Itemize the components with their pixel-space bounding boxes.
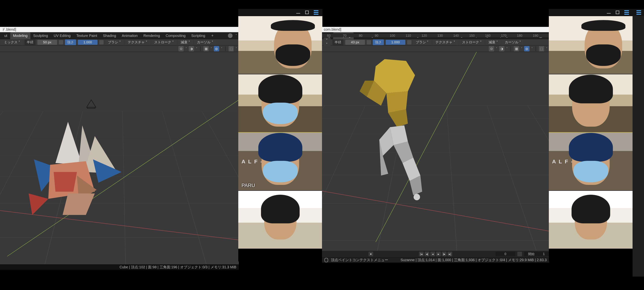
keyframe-prev-button[interactable]: ◂| [425, 252, 429, 256]
texture-menu[interactable]: テクスチャ [125, 39, 150, 45]
tab-rendering[interactable]: Rendering [140, 32, 163, 39]
video-call-sidebar-2: A L F - L I F E [549, 9, 633, 261]
keying-icon[interactable] [517, 252, 522, 256]
magnet-icon[interactable]: ⊙ [178, 46, 184, 51]
mesh-object[interactable] [18, 115, 129, 229]
tick: 60 [327, 34, 330, 38]
tab-compositing[interactable]: Compositing [163, 32, 188, 39]
hamburger-icon[interactable] [314, 10, 318, 15]
minimize-button[interactable] [607, 13, 611, 14]
video-tile-4[interactable] [549, 190, 633, 249]
video-tile-host[interactable] [238, 16, 322, 74]
strength-field[interactable]: 1.000 [78, 40, 98, 45]
proportional-icon[interactable]: ◑ [189, 46, 194, 51]
magnet-icon[interactable]: ⊙ [489, 46, 494, 51]
tab-uv-editing[interactable]: UV Editing [51, 32, 74, 39]
scene-icon[interactable] [228, 33, 232, 38]
hair [258, 75, 302, 103]
radius-label: 半径 [332, 39, 344, 45]
cursor-menu[interactable]: カーソル [194, 39, 216, 45]
strength-pressure-toggle[interactable] [407, 40, 412, 44]
overlay-icon[interactable]: ▦ [204, 46, 209, 51]
camera-icon [86, 99, 96, 109]
strength-field[interactable]: 1.000 [386, 40, 405, 45]
tab-modeling[interactable]: Modeling [10, 32, 30, 39]
tab-layout[interactable]: ut [2, 32, 10, 39]
svg-marker-0 [56, 122, 82, 165]
tick: 80 [359, 34, 362, 38]
xray-icon[interactable]: ◍ [214, 46, 219, 51]
radius-pressure-toggle[interactable] [367, 40, 371, 44]
window-title-bar: com.blend] [322, 27, 549, 32]
falloff-menu[interactable]: 減衰 [486, 39, 500, 45]
radius-pressure-toggle[interactable] [59, 40, 63, 44]
cursor-menu[interactable]: カーソル [502, 39, 524, 45]
radius-field[interactable]: 50 px [38, 40, 57, 45]
call-window-controls [238, 9, 322, 16]
video-tile-host[interactable] [549, 16, 633, 74]
timeline[interactable]: ● |◂ ◂| ◂ ▸ |▸ ▸| 0 開始 1 [322, 251, 549, 257]
play-button[interactable]: ▸ [436, 252, 441, 256]
brush-menu[interactable]: ブラシ [413, 39, 431, 45]
radius-label: 半径 [24, 39, 36, 45]
tab-texture-paint[interactable]: Texture Paint [74, 32, 100, 39]
frame-end-field[interactable]: 1 [538, 252, 549, 256]
status-text: Suzanne | 頂点:1,014 | 面:1,000 | 三角面:1,936… [400, 258, 547, 262]
tab-shading[interactable]: Shading [100, 32, 119, 39]
maximize-button[interactable] [616, 11, 619, 14]
video-tile-4[interactable] [238, 190, 322, 249]
mode-select[interactable]: ˅ [324, 38, 330, 47]
face [575, 200, 607, 239]
hamburger-icon[interactable] [636, 10, 641, 15]
strength-pressure-toggle[interactable] [99, 40, 104, 44]
texture-menu[interactable]: テクスチャ [433, 39, 458, 45]
xray-icon[interactable]: ◍ [524, 46, 530, 51]
tab-animation[interactable]: Animation [119, 32, 140, 39]
tab-scripting[interactable]: Scripting [188, 32, 208, 39]
blender-window-3-partial [632, 9, 644, 276]
auto-key-toggle[interactable]: ● [368, 252, 373, 256]
shading-wire-icon[interactable]: ⬚ [539, 46, 544, 51]
tick: 190 [533, 34, 538, 38]
tick: 140 [453, 34, 459, 38]
face-mask [276, 44, 310, 66]
jump-end-button[interactable]: ▸| [448, 252, 452, 256]
play-reverse-button[interactable]: ◂ [430, 252, 435, 256]
hint-text: 頂点ペイントコンテクストメニュー [331, 258, 388, 262]
overlay-icon[interactable]: ▦ [514, 46, 519, 51]
tool-header: ˅ 半径 43 px 強さ 1.000 ブラシ テクスチャ ストローク 減衰 カ… [322, 39, 549, 46]
tab-sculpting[interactable]: Sculpting [30, 32, 51, 39]
keyframe-next-button[interactable]: |▸ [442, 252, 446, 256]
falloff-menu[interactable]: 減衰 [178, 39, 193, 45]
face-mask [263, 161, 298, 182]
face [262, 80, 299, 127]
jump-start-button[interactable]: |◂ [419, 252, 424, 256]
brush-menu[interactable]: ブラシ [105, 39, 123, 45]
tick: 150 [469, 34, 474, 38]
stroke-menu[interactable]: ストローク [152, 39, 176, 45]
video-tile-2[interactable] [549, 74, 633, 132]
maximize-button[interactable] [305, 11, 309, 14]
hair [258, 133, 302, 162]
stroke-menu[interactable]: ストローク [460, 39, 484, 45]
mode-select[interactable]: ミックス [2, 39, 23, 45]
hamburger-icon[interactable] [624, 10, 629, 15]
face [274, 22, 312, 68]
frame-current-field[interactable]: 0 [496, 252, 515, 256]
radius-field[interactable]: 43 px [345, 40, 365, 45]
proportional-icon[interactable]: ◑ [499, 46, 504, 51]
video-call-sidebar-1: A L F - L I F E PARU [238, 9, 322, 261]
scene-dropdown-icon[interactable]: ˅ [236, 34, 237, 38]
minimize-button[interactable] [296, 13, 300, 14]
3d-viewport[interactable] [0, 52, 239, 264]
character-mesh[interactable] [344, 56, 446, 202]
tab-add-button[interactable]: + [208, 33, 217, 38]
video-tile-paru[interactable]: A L F - L I F E PARU [238, 132, 322, 190]
participant-name: PARU [240, 182, 256, 189]
video-tile-2[interactable] [238, 74, 322, 132]
face [572, 80, 610, 127]
shading-wire-icon[interactable]: ⬚ [228, 46, 234, 51]
tick: 70 [343, 34, 346, 38]
timeline-ruler[interactable]: 60 70 80 90 100 110 120 130 140 150 160 … [322, 33, 549, 37]
video-tile-paru[interactable]: A L F - L I F E [549, 132, 633, 190]
